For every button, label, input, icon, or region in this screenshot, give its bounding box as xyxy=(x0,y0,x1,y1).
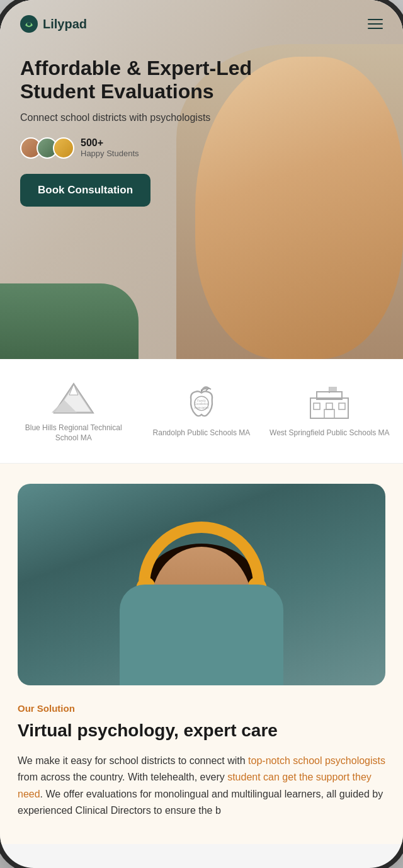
svg-rect-18 xyxy=(329,387,337,391)
solution-image xyxy=(18,484,385,685)
svg-rect-11 xyxy=(310,398,348,418)
apple-icon: Family Excellence Association xyxy=(183,382,220,423)
randolph-caption: Randolph Public Schools MA xyxy=(153,428,251,438)
solution-link-psychologists[interactable]: top-notch school psychologists xyxy=(248,755,385,766)
navbar: Lilypad xyxy=(0,0,403,48)
logo-item-west-springfield: West Springfield Public Schools MA xyxy=(269,384,390,438)
hamburger-line-1 xyxy=(368,19,383,20)
logo-item-randolph: Family Excellence Association Randolph P… xyxy=(140,384,262,438)
svg-rect-13 xyxy=(314,403,320,409)
svg-rect-16 xyxy=(324,409,334,418)
solution-text-part2: from across the country. With telehealth… xyxy=(18,772,227,782)
student-body xyxy=(120,585,283,685)
logo-icon xyxy=(20,15,38,33)
west-springfield-logo-img xyxy=(307,384,351,422)
logo-item-blue-hills: Blue Hills Regional Technical School MA xyxy=(13,379,134,443)
hero-plants xyxy=(0,283,139,359)
hero-section: Affordable & Expert-Led Student Evaluati… xyxy=(0,0,403,359)
logo[interactable]: Lilypad xyxy=(20,15,87,33)
solution-title: Virtual psychology, expert care xyxy=(18,720,385,741)
mountain-icon xyxy=(52,381,96,416)
logo-text: Lilypad xyxy=(43,17,87,31)
solution-text-part1: We make it easy for school districts to … xyxy=(18,755,248,766)
solution-text-part3: . We offer evaluations for monolingual a… xyxy=(18,789,383,816)
hamburger-line-3 xyxy=(368,28,383,29)
svg-text:Family: Family xyxy=(197,399,206,403)
hamburger-menu[interactable] xyxy=(368,19,383,29)
hero-title-line1: Affordable & Expert-Led xyxy=(20,57,252,79)
happy-students-text: 500+ Happy Students xyxy=(81,137,139,158)
phone-frame: Lilypad Affordable & Expert-Led Student … xyxy=(0,0,403,868)
logos-section: Blue Hills Regional Technical School MA … xyxy=(0,359,403,464)
happy-students-row: 500+ Happy Students xyxy=(20,137,277,159)
avatar-group xyxy=(20,137,74,159)
hamburger-line-2 xyxy=(368,23,383,25)
happy-label: Happy Students xyxy=(81,149,139,158)
svg-rect-15 xyxy=(339,403,345,409)
blue-hills-caption: Blue Hills Regional Technical School MA xyxy=(13,423,134,443)
avatar-3 xyxy=(53,137,74,159)
solution-label: Our Solution xyxy=(18,703,385,714)
book-consultation-button[interactable]: Book Consultation xyxy=(20,174,150,207)
svg-rect-14 xyxy=(326,403,332,409)
hero-content: Affordable & Expert-Led Student Evaluati… xyxy=(20,57,277,207)
blue-hills-logo-img xyxy=(52,379,96,417)
happy-count: 500+ xyxy=(81,137,139,149)
randolph-logo-img: Family Excellence Association xyxy=(179,384,224,422)
hero-subtitle: Connect school districts with psychologi… xyxy=(20,112,277,123)
svg-point-1 xyxy=(27,22,31,26)
west-springfield-caption: West Springfield Public Schools MA xyxy=(270,428,390,438)
solution-section: Our Solution Virtual psychology, expert … xyxy=(0,464,403,844)
solution-body: We make it easy for school districts to … xyxy=(18,753,385,819)
building-icon xyxy=(307,385,351,420)
svg-text:Excellence: Excellence xyxy=(195,403,209,406)
svg-text:Association: Association xyxy=(194,406,209,409)
hero-title-line2: Student Evaluations xyxy=(20,80,214,103)
hero-title: Affordable & Expert-Led Student Evaluati… xyxy=(20,57,277,103)
